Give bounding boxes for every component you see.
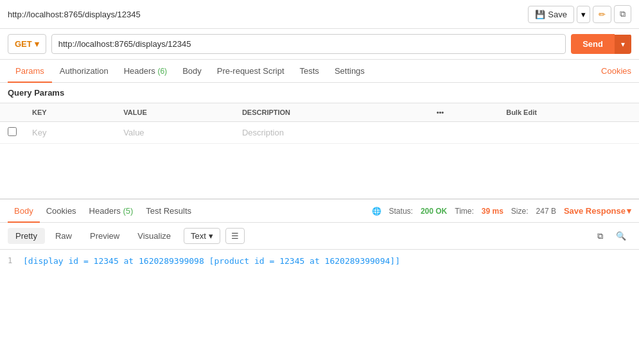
- response-tab-test-results[interactable]: Test Results: [139, 200, 198, 222]
- size-label: Size:: [511, 207, 529, 216]
- response-status-bar: 🌐 Status: 200 OK Time: 39 ms Size: 247 B…: [372, 206, 631, 216]
- method-label: GET: [15, 39, 32, 49]
- tab-tests[interactable]: Tests: [292, 60, 327, 82]
- view-tab-preview[interactable]: Preview: [82, 228, 127, 244]
- table-row: Key Value Description: [0, 122, 639, 144]
- format-chevron-icon: ▾: [209, 231, 213, 241]
- tab-headers[interactable]: Headers (6): [116, 60, 175, 82]
- value-cell[interactable]: Value: [116, 122, 234, 144]
- line-number: 1: [8, 256, 23, 265]
- response-tab-headers[interactable]: Headers (5): [83, 200, 140, 222]
- send-btn-group: Send ▾: [571, 34, 631, 54]
- description-cell[interactable]: Description: [234, 122, 429, 144]
- format-select[interactable]: Text ▾: [184, 228, 220, 244]
- method-select[interactable]: GET ▾: [8, 34, 46, 54]
- filter-icon[interactable]: ☰: [225, 228, 245, 244]
- tab-settings[interactable]: Settings: [327, 60, 372, 82]
- response-tab-cookies[interactable]: Cookies: [40, 200, 83, 222]
- th-bulk-edit[interactable]: Bulk Edit: [498, 103, 639, 122]
- url-bar: GET ▾ Send ▾: [0, 29, 639, 60]
- top-bar: http://localhost:8765/displays/12345 💾 S…: [0, 0, 639, 29]
- save-label: Save: [548, 10, 567, 19]
- save-response-button[interactable]: Save Response ▾: [564, 206, 631, 216]
- status-value: 200 OK: [421, 207, 447, 216]
- headers-badge: (6): [157, 67, 167, 76]
- send-dropdown-button[interactable]: ▾: [615, 35, 631, 54]
- query-params-label: Query Params: [0, 83, 639, 103]
- key-placeholder: Key: [32, 128, 46, 137]
- search-response-icon[interactable]: 🔍: [611, 229, 631, 243]
- edit-button[interactable]: ✏: [593, 6, 611, 23]
- description-placeholder: Description: [242, 128, 284, 137]
- view-tab-pretty[interactable]: Pretty: [8, 228, 45, 244]
- row-checkbox[interactable]: [8, 127, 17, 136]
- globe-icon: 🌐: [372, 207, 381, 216]
- time-value: 39 ms: [482, 207, 503, 216]
- value-placeholder: Value: [123, 128, 144, 137]
- size-value: 247 B: [536, 207, 556, 216]
- row-checkbox-cell[interactable]: [0, 122, 24, 144]
- status-label: Status:: [389, 207, 413, 216]
- view-tab-raw[interactable]: Raw: [48, 228, 80, 244]
- copy-button[interactable]: ⧉: [614, 5, 631, 23]
- view-tabs: Pretty Raw Preview Visualize Text ▾ ☰ ⧉ …: [0, 223, 639, 250]
- code-line-1: 1 [display id = 12345 at 1620289399098 […: [0, 255, 639, 267]
- time-label: Time:: [455, 207, 474, 216]
- tab-pre-request-script[interactable]: Pre-request Script: [209, 60, 292, 82]
- table-header-row: KEY VALUE DESCRIPTION ••• Bulk Edit: [0, 103, 639, 122]
- send-button[interactable]: Send: [571, 34, 615, 54]
- send-chevron-icon: ▾: [621, 40, 625, 49]
- copy-icon: ⧉: [620, 9, 626, 19]
- top-bar-actions: 💾 Save ▾ ✏ ⧉: [528, 5, 631, 23]
- format-label: Text: [191, 231, 206, 241]
- save-disk-icon: 💾: [535, 10, 545, 19]
- tab-authorization[interactable]: Authorization: [52, 60, 116, 82]
- method-chevron-icon: ▾: [35, 39, 39, 49]
- cookies-link[interactable]: Cookies: [601, 66, 631, 76]
- view-tab-visualize[interactable]: Visualize: [130, 228, 179, 244]
- response-headers-badge: (5): [123, 206, 133, 216]
- key-cell[interactable]: Key: [24, 122, 116, 144]
- response-tabs: Body Cookies Headers (5) Test Results 🌐 …: [0, 200, 639, 223]
- th-key: KEY: [24, 103, 116, 122]
- code-area: 1 [display id = 12345 at 1620289399098 […: [0, 250, 639, 272]
- tab-body[interactable]: Body: [175, 60, 209, 82]
- save-dropdown-button[interactable]: ▾: [577, 6, 590, 23]
- row-dots: [429, 122, 499, 144]
- th-checkbox: [0, 103, 24, 122]
- th-description: DESCRIPTION: [234, 103, 429, 122]
- params-table: KEY VALUE DESCRIPTION ••• Bulk Edit Key …: [0, 103, 639, 144]
- th-dots: •••: [429, 103, 499, 122]
- tab-params[interactable]: Params: [8, 60, 52, 82]
- window-url: http://localhost:8765/displays/12345: [8, 10, 141, 19]
- th-value: VALUE: [116, 103, 234, 122]
- url-input[interactable]: [51, 34, 566, 54]
- request-tabs: Params Authorization Headers (6) Body Pr…: [0, 60, 639, 83]
- response-tab-body[interactable]: Body: [8, 200, 40, 222]
- response-area: Body Cookies Headers (5) Test Results 🌐 …: [0, 198, 639, 272]
- save-response-chevron-icon: ▾: [627, 206, 631, 216]
- pencil-icon: ✏: [599, 10, 606, 19]
- save-button[interactable]: 💾 Save: [528, 6, 574, 23]
- row-bulk: [498, 122, 639, 144]
- copy-response-icon[interactable]: ⧉: [592, 229, 608, 244]
- params-area: Query Params KEY VALUE DESCRIPTION ••• B…: [0, 83, 639, 198]
- chevron-down-icon: ▾: [581, 10, 586, 19]
- code-content: [display id = 12345 at 1620289399098 [pr…: [23, 256, 400, 266]
